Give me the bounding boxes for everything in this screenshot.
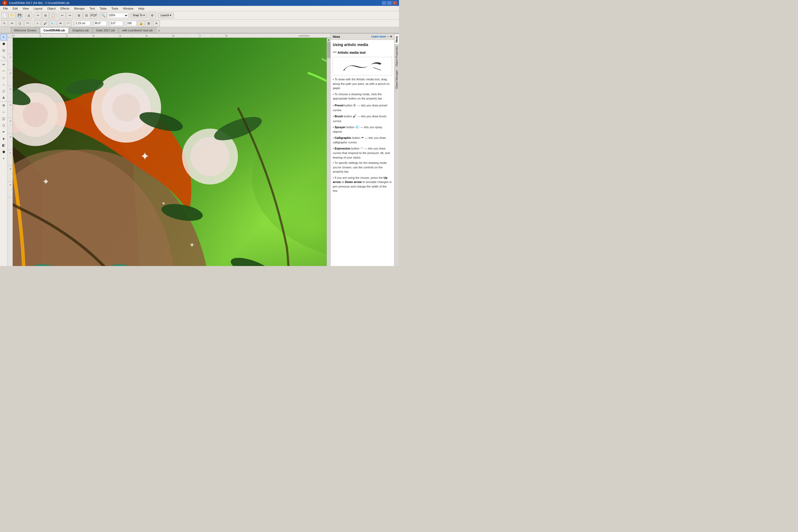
freehand-btn[interactable]: ✏ — [9, 20, 16, 26]
tab-suite-cdr[interactable]: Suite 2017.cdr — [93, 27, 118, 33]
connector-tool[interactable]: ↔ — [1, 109, 7, 115]
rectangle-tool[interactable]: □ — [1, 75, 7, 81]
freehand-tool[interactable]: ✏ — [1, 61, 7, 68]
ruler-corner — [7, 34, 13, 38]
minimize-button[interactable]: ─ — [382, 1, 386, 5]
pdf-button[interactable]: PDF — [91, 12, 97, 19]
clear-btn[interactable]: ✕ — [153, 20, 160, 26]
tab-coreldraw-label: CorelDRAW.cdr — [44, 29, 65, 32]
brush-btn[interactable]: 🖌 — [42, 20, 49, 26]
menu-window[interactable]: Window — [121, 6, 136, 11]
tab-livesketch-cdr[interactable]: with LiveSketch tool.cdr — [119, 27, 156, 33]
zoom-dropdown[interactable]: 126% — [107, 13, 129, 18]
ellipse-tool[interactable]: ○ — [1, 81, 7, 88]
sprayer-btn[interactable]: 💨 — [50, 20, 56, 26]
tab-graphics-cdr[interactable]: Graphics.cdr — [69, 27, 92, 33]
vertical-scrollbar[interactable]: ▲ ▼ — [327, 38, 330, 266]
object-properties-tab[interactable]: Object Properties — [395, 44, 399, 68]
outline-tool[interactable]: ◈ — [1, 135, 7, 142]
import-button[interactable]: ⊞ — [76, 12, 82, 19]
hints-header: Hints Learn more ─ ✕ — [331, 34, 394, 40]
node-edit-tool[interactable]: ⬟ — [1, 41, 7, 47]
smart-fill-tool[interactable]: ⬢ — [1, 149, 7, 155]
transform-btn[interactable]: ⊞ — [145, 20, 152, 26]
canvas-area[interactable]: ✦ ✦ ✦ ✦ ✦ ✦ — [13, 38, 330, 266]
crop-tool[interactable]: ⊡ — [1, 48, 7, 54]
main-toolbar: 📄 📁 💾 🖨 ✂ ⧉ 📋 ↩ ↪ ⊞ ⊟ PDF 🔍 126% Snap To… — [0, 11, 399, 20]
shadow-tool[interactable]: ◫ — [1, 115, 7, 122]
svg-text:7: 7 — [10, 152, 12, 153]
menu-table[interactable]: Table — [98, 6, 109, 11]
rotation-input[interactable] — [110, 21, 123, 26]
angle-input[interactable] — [94, 21, 107, 26]
menu-tools[interactable]: Tools — [109, 6, 120, 11]
menu-view[interactable]: View — [20, 6, 31, 11]
polygon-tool[interactable]: ⬡ — [1, 88, 7, 94]
snap-dropdown-arrow: ▾ — [144, 14, 145, 17]
menu-help[interactable]: Help — [136, 6, 147, 11]
save-button[interactable]: 💾 — [16, 12, 23, 19]
select-tool[interactable]: ↖ — [1, 34, 7, 40]
hints-preset-bold: Preset — [335, 104, 344, 107]
move-tool[interactable]: + — [1, 155, 7, 162]
fill-tool[interactable]: ◧ — [1, 142, 7, 148]
zoom-tool[interactable]: 🔍 — [1, 54, 7, 60]
menu-file[interactable]: File — [1, 6, 10, 11]
zoom-out-btn[interactable]: 🔍 — [100, 12, 107, 19]
hints-expression-bold: Expression — [335, 147, 350, 150]
hints-close-button[interactable]: ✕ — [390, 35, 392, 38]
dimension-tool[interactable]: ⊕ — [1, 102, 7, 109]
separator-tool2 — [0, 101, 7, 102]
tab-coreldraw-cdr[interactable]: CorelDRAW.cdr — [40, 27, 69, 33]
menu-text[interactable]: Text — [87, 6, 97, 11]
menu-effects[interactable]: Effects — [58, 6, 71, 11]
property-bar: ↖ ✏ ⟨⟩ 〜 ≈ 🖌 💨 ✒ 〰 🔒 ⊞ ✕ — [0, 20, 399, 27]
paste-button[interactable]: 📋 — [50, 12, 56, 19]
app-logo: C — [2, 0, 7, 5]
menu-layout[interactable]: Layout — [32, 6, 44, 11]
artistic-media-tool[interactable]: 〰 — [1, 68, 7, 75]
object-manager-tab[interactable]: Object Manager — [395, 68, 399, 91]
menu-edit[interactable]: Edit — [11, 6, 20, 11]
eyedropper-tool[interactable]: ✒ — [1, 129, 7, 135]
copy-button[interactable]: ⧉ — [42, 12, 49, 19]
close-button[interactable]: ✕ — [393, 1, 397, 5]
transparency-tool[interactable]: ◻ — [1, 122, 7, 129]
expression-btn[interactable]: 〰 — [65, 20, 72, 26]
new-button[interactable]: 📄 — [1, 12, 8, 19]
calligraphic-btn[interactable]: ✒ — [57, 20, 64, 26]
straighten-btn[interactable]: ⟨⟩ — [17, 20, 23, 26]
down-arrow-label: Down arrow — [345, 180, 362, 184]
print-button[interactable]: 🖨 — [25, 12, 32, 19]
snap-to-button[interactable]: Snap To ▾ — [131, 13, 147, 18]
select-all-btn[interactable]: ↖ — [1, 20, 8, 26]
export-button[interactable]: ⊟ — [83, 12, 90, 19]
text-tool[interactable]: A — [1, 95, 7, 101]
tab-livesketch-label: with LiveSketch tool.cdr — [122, 29, 153, 32]
svg-text:5: 5 — [10, 120, 12, 121]
options-button[interactable]: ⚙ — [149, 12, 156, 19]
open-button[interactable]: 📁 — [8, 12, 15, 19]
menu-bitmaps[interactable]: Bitmaps — [72, 6, 87, 11]
tab-welcome-screen[interactable]: Welcome Screen — [11, 27, 40, 33]
lock-btn[interactable]: 🔒 — [137, 20, 145, 26]
launch-button[interactable]: Launch ▾ — [158, 13, 174, 18]
smooth-btn[interactable]: 〜 — [24, 20, 31, 26]
preset-btn[interactable]: ≈ — [34, 20, 41, 26]
redo-button[interactable]: ↪ — [66, 12, 73, 19]
width-input[interactable] — [75, 21, 91, 26]
svg-text:2: 2 — [66, 35, 68, 37]
learn-more-header-link[interactable]: Learn more — [371, 35, 386, 38]
svg-text:4: 4 — [120, 35, 121, 37]
menu-object[interactable]: Object — [45, 6, 58, 11]
title-bar-left: C CorelDRAW 2017 (64-Bit) - C:\CorelDRAW… — [2, 0, 70, 5]
maximize-button[interactable]: □ — [387, 1, 392, 5]
undo-button[interactable]: ↩ — [59, 12, 66, 19]
hints-tab[interactable]: Hints — [395, 34, 399, 44]
hints-minimize-button[interactable]: ─ — [387, 35, 389, 38]
opacity-input[interactable] — [126, 21, 137, 26]
add-tab-button[interactable]: + — [157, 28, 162, 33]
cut-button[interactable]: ✂ — [35, 12, 41, 19]
scroll-up-button[interactable]: ▲ — [327, 38, 330, 41]
scroll-thumb[interactable] — [327, 42, 330, 58]
